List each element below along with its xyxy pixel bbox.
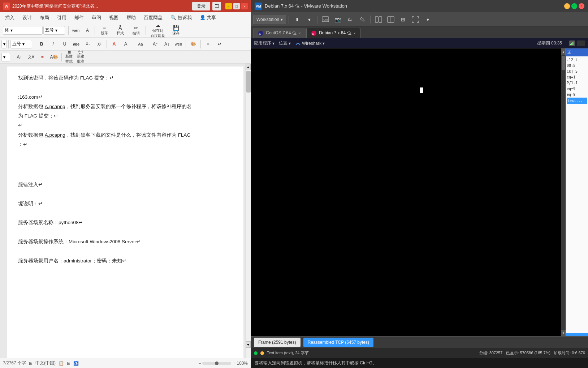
vm-view-btn3[interactable]: ⊞ [398,14,408,25]
document-scrollbar[interactable]: ▲ ▼ [246,64,251,358]
close-button[interactable]: × [241,3,248,9]
scroll-down-btn[interactable]: ▼ [246,341,251,348]
font-group: 体 ▾ 五号 ▾ [1,26,66,35]
minimize-alt-button[interactable]: 🗔 [212,2,221,10]
menu-insert[interactable]: 插入 [1,13,18,22]
vm-hint-text: 要将输入定向到该虚拟机，请将鼠标指针移入其中或按 Ctrl+G。 [255,360,377,366]
vm-fullscreen-btn[interactable] [410,14,421,25]
vm-wireshark-menu[interactable]: Wireshark ▾ [295,41,325,46]
debian-tab-close[interactable]: × [354,31,356,35]
zoom-slider[interactable] [202,362,231,365]
font-icon-btn[interactable]: A [82,25,93,35]
bold-btn[interactable]: B [36,39,47,49]
menu-design[interactable]: 设计 [19,13,35,22]
minimize-button[interactable]: − [225,3,232,9]
vm-snapshot-mgr-btn[interactable]: 🗂 [345,14,355,25]
style-selector[interactable]: ▾ [1,53,10,61]
case-btn[interactable]: Aa [135,39,146,49]
vm-connect-btn[interactable]: 🔌 [357,14,368,25]
style-btn[interactable]: Ā 样式 [113,24,128,37]
workstation-selector[interactable]: Workstation ▾ [253,15,286,24]
size-combo2[interactable]: 五号▾ [10,40,32,48]
grow-btn[interactable]: A↑ [150,39,161,49]
wen-format-btn[interactable]: wén [173,39,184,49]
comment-icon: 💬 [78,50,83,54]
red-pen-btn[interactable]: ✒ [37,52,48,62]
centos-tab-close[interactable]: × [299,31,301,35]
vm-close-btn[interactable]: × [579,3,584,9]
ws-frame-tab[interactable]: Frame (2591 bytes) [254,338,301,347]
vm-console[interactable] [251,48,588,336]
tray-btn2[interactable] [577,40,585,46]
menu-baidu-drive[interactable]: 百度网盘 [140,13,166,22]
shrink-btn[interactable]: A↓ [161,39,172,49]
vm-places-menu[interactable]: 位置 ▾ [279,40,291,46]
edit-btn[interactable]: ✏ 编辑 [129,24,144,37]
separator-1 [68,26,69,35]
menu-review[interactable]: 审阅 [88,13,105,22]
font-size-grow-btn[interactable]: A+ [14,52,25,62]
highlight-color-btn[interactable]: A🎨 [49,52,60,62]
vm-maximize-btn[interactable]: □ [571,3,577,9]
superscript-btn[interactable]: X² [94,39,105,49]
doc-line-9 [18,150,233,158]
menu-help[interactable]: 帮助 [123,13,139,22]
vm-send-ctrl-btn[interactable]: Ctrl [320,14,331,25]
vm-pause-dropdown-btn[interactable]: ▾ [304,14,315,25]
paragraph-btn[interactable]: ≡ 段落 [97,24,112,37]
vm-tab-centos[interactable]: C CentOS 7 64 位 × [253,28,306,38]
menu-mail[interactable]: 邮件 [71,13,87,22]
font-selector[interactable]: 体 ▾ [3,26,43,35]
new-style-btn[interactable]: ▦ 新建 样式 [64,52,74,62]
save-btn[interactable]: 💾 保存 [168,24,183,37]
font-name: 体 [5,27,9,33]
send-ctrl-icon: Ctrl [322,16,329,23]
font-wen-btn[interactable]: 文A [26,52,36,62]
ws-text-item: Text item (text), 24 字节 [267,350,309,356]
vm-apps-menu[interactable]: 应用程序 ▾ [254,40,274,46]
ws-reassembled-tab[interactable]: Reassembled TCP (5457 bytes) [303,338,373,347]
menu-layout[interactable]: 布局 [36,13,53,22]
zoom-plus-btn[interactable]: + [233,361,235,366]
font-size-selector[interactable]: 五号 ▾ [43,26,65,35]
wen-btn[interactable]: wén [70,25,81,35]
svg-text:D: D [312,32,314,35]
style-combo[interactable]: ▾ [1,40,7,48]
vm-scroll-down-btn[interactable]: ▼ [561,330,566,336]
tray-btn1[interactable] [569,40,575,46]
zoom-minus-btn[interactable]: − [198,361,201,366]
vm-pause-btn[interactable]: ⏸ [291,14,302,25]
list-btn[interactable]: ≡ [203,39,213,49]
vm-scroll-up-btn[interactable]: ▲ [561,48,566,55]
subscript-btn[interactable]: X₂ [82,39,93,49]
maximize-button[interactable]: □ [233,3,240,9]
menu-share[interactable]: 👤 共享 [196,13,220,22]
highlight-btn[interactable]: A [109,39,120,49]
italic-btn[interactable]: I [48,39,59,49]
menu-tell-me[interactable]: 🔍 告诉我 [167,13,195,22]
doc-line-11 [18,169,233,177]
vm-snapshot-btn[interactable]: 📷 [332,14,343,25]
new-comment-btn[interactable]: 💬 新建 批注 [75,52,86,62]
vm-view-btn2[interactable] [385,14,396,25]
strikethrough-btn[interactable]: abc [71,39,82,49]
indent-btn[interactable]: ↵ [214,39,225,49]
font-color-btn[interactable]: A [120,39,131,49]
vm-tab-debian[interactable]: D Debian 7.x 64 位 × [306,28,360,38]
underline-btn[interactable]: U [59,39,70,49]
save-baidu-btn[interactable]: ☁ 保存到百度网盘 [148,24,168,37]
login-button[interactable]: 登录 [192,2,210,10]
vm-fullscreen-dropdown-btn[interactable]: ▾ [422,14,433,25]
menu-reference[interactable]: 引用 [53,13,70,22]
vm-minimize-btn[interactable]: − [564,3,570,9]
doc-line-2 [18,83,233,92]
document-area: ▲ 找到该密码，将该密码作为 FLAG 提交；↵ :163.com↵ 分析数据包… [0,64,251,358]
color-picker-btn[interactable]: 🎨 [188,39,199,49]
zoom-slider-thumb[interactable] [215,361,219,365]
ws-data-5: P/1.1 [567,80,587,86]
vm-scroll-thumb[interactable] [562,56,565,70]
menu-view[interactable]: 视图 [105,13,122,22]
vm-view-btn1[interactable] [373,14,384,25]
scrollbar-thumb[interactable] [246,71,251,93]
scroll-up-button[interactable]: ▲ [246,64,251,70]
